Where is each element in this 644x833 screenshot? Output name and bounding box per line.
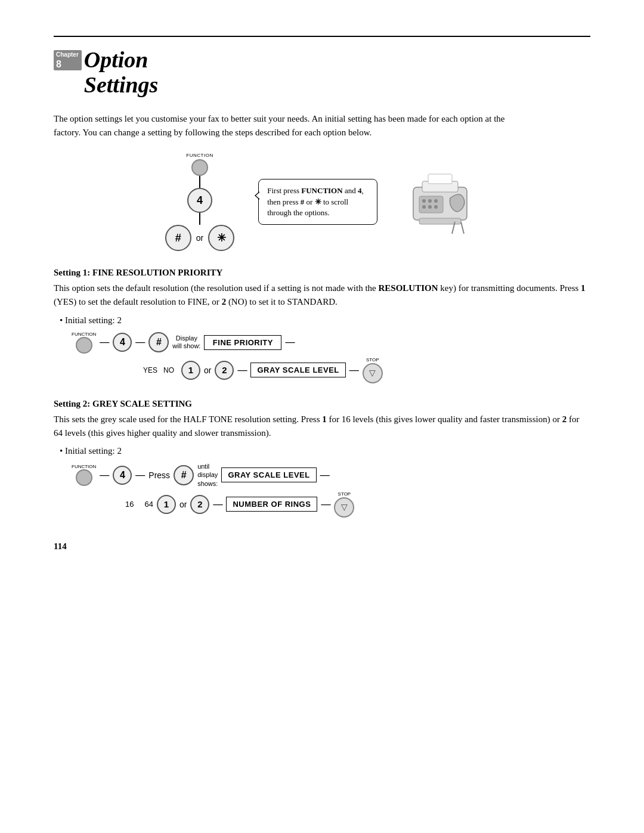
setting1-row2: YES NO 1 or 2 — GRAY SCALE LEVEL — STOP … — [143, 357, 590, 383]
setting2-row2: 16 64 1 or 2 — NUMBER OF RINGS — STOP ▽ — [125, 491, 590, 518]
chapter-title: OptionSettings — [84, 48, 159, 98]
page-number: 114 — [54, 541, 590, 552]
dash9: — — [320, 470, 330, 481]
dash7: — — [100, 470, 109, 481]
fn-btn-col2: FUNCTION — [72, 464, 96, 486]
setting2-title: Setting 2: GREY SCALE SETTING — [54, 399, 590, 409]
dash10: — — [213, 499, 222, 510]
arrow-down-2 — [199, 213, 200, 225]
diagram-area: FUNCTION 4 # or ✳ First press FUNCTION a… — [54, 153, 590, 251]
intro-text: The option settings let you customise yo… — [54, 112, 519, 140]
four-button: 4 — [113, 333, 132, 352]
two-button: 2 — [215, 361, 234, 380]
until-col: until display shows: — [197, 462, 218, 488]
or-label2: or — [204, 366, 211, 375]
function-button — [191, 159, 208, 176]
fn-button2 — [76, 469, 92, 486]
svg-point-7 — [422, 205, 426, 209]
top-rule — [54, 36, 590, 37]
setting2-section: Setting 2: GREY SCALE SETTING This sets … — [54, 399, 590, 518]
dash8: — — [135, 470, 145, 481]
stop-label1: STOP — [366, 357, 379, 363]
fn-label: FUNCTION — [72, 332, 96, 337]
hash-button3: # — [174, 465, 194, 485]
setting2-body: This sets the grey scale used for the HA… — [54, 413, 590, 441]
setting2-row1: FUNCTION — 4 — Press # until display sho… — [72, 462, 590, 488]
bubble-text: First press FUNCTION and 4, then press #… — [267, 186, 363, 216]
svg-point-4 — [422, 199, 426, 203]
svg-rect-3 — [419, 196, 443, 213]
dash1: — — [100, 337, 109, 348]
svg-line-12 — [461, 222, 464, 234]
one-button: 1 — [181, 361, 200, 380]
button-4: 4 — [187, 188, 212, 213]
stop-button1: ▽ — [363, 363, 383, 383]
chapter-badge: Chapter 8 — [54, 50, 82, 70]
num-labels: 16 64 — [125, 500, 153, 509]
function-label: FUNCTION — [186, 153, 213, 158]
hash-button: # — [165, 225, 191, 251]
yes-no-row: YES NO — [143, 366, 174, 374]
svg-point-5 — [428, 199, 432, 203]
setting1-title: Setting 1: FINE RESOLUTION PRIORITY — [54, 268, 590, 278]
stop-button2: ▽ — [334, 497, 354, 518]
four-button2: 4 — [113, 466, 132, 485]
setting1-diagram: FUNCTION — 4 — # Displaywill show: FINE … — [66, 332, 590, 383]
display-col1: Displaywill show: — [172, 335, 200, 350]
chapter-header: Chapter 8 OptionSettings — [54, 48, 590, 98]
press-label: Press — [148, 470, 170, 480]
hash-star-row: # or ✳ — [165, 225, 234, 251]
number-rings-box: NUMBER OF RINGS — [226, 497, 317, 512]
svg-point-9 — [434, 205, 438, 209]
setting1-body: This option sets the default resolution … — [54, 281, 590, 309]
fax-illustration — [401, 169, 479, 235]
stop-col2: STOP ▽ — [334, 491, 354, 518]
fn-label2: FUNCTION — [72, 464, 96, 469]
setting1-row1: FUNCTION — 4 — # Displaywill show: FINE … — [72, 332, 590, 354]
setting2-initial: • Initial setting: 2 — [60, 446, 590, 456]
arrow-down-1 — [199, 176, 200, 188]
svg-point-6 — [434, 199, 438, 203]
setting1-initial: • Initial setting: 2 — [60, 315, 590, 326]
dash3: — — [285, 337, 295, 348]
stop-col1: STOP ▽ — [363, 357, 383, 383]
display-label1: Displaywill show: — [172, 335, 200, 350]
speech-bubble: First press FUNCTION and 4, then press #… — [258, 179, 377, 225]
or-label3: or — [179, 500, 187, 509]
button-diagram: FUNCTION 4 # or ✳ — [165, 153, 234, 251]
star-button: ✳ — [208, 225, 234, 251]
or-label: or — [196, 233, 203, 243]
svg-point-8 — [428, 205, 432, 209]
gray-scale-box: GRAY SCALE LEVEL — [250, 363, 345, 377]
fine-priority-box: FINE PRIORITY — [204, 335, 281, 350]
stop-label2: STOP — [338, 491, 351, 497]
dash5: — — [237, 365, 247, 376]
dash6: — — [349, 365, 359, 376]
fn-btn-col: FUNCTION — [72, 332, 96, 354]
hash-button2: # — [148, 332, 169, 352]
dash2: — — [135, 337, 145, 348]
one-button2: 1 — [157, 495, 176, 514]
svg-rect-2 — [428, 174, 452, 184]
setting2-diagram: FUNCTION — 4 — Press # until display sho… — [66, 462, 590, 518]
fn-button — [76, 337, 92, 354]
setting1-section: Setting 1: FINE RESOLUTION PRIORITY This… — [54, 268, 590, 383]
dash11: — — [321, 499, 330, 510]
gray-scale-box2: GRAY SCALE LEVEL — [221, 467, 316, 482]
two-button2: 2 — [190, 495, 209, 514]
